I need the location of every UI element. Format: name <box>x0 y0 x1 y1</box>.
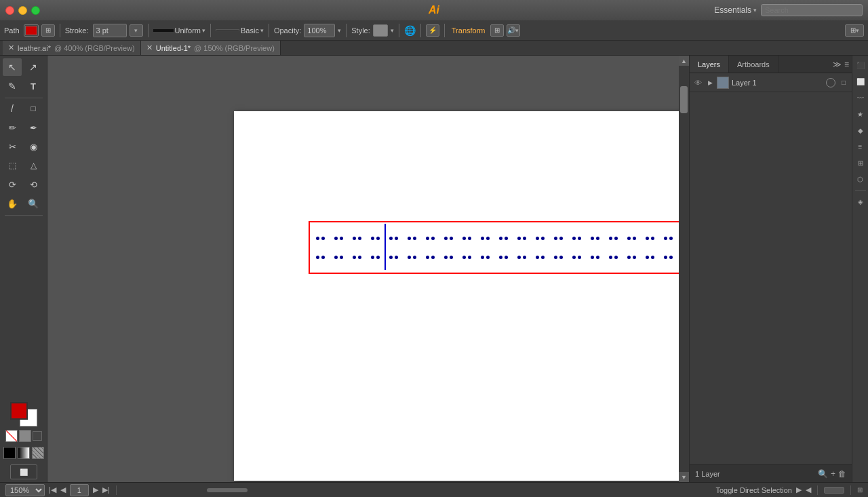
none-swatch[interactable] <box>5 430 18 442</box>
solid-stroke-swatch[interactable] <box>3 447 16 459</box>
dot-pair <box>572 237 581 240</box>
align-btn[interactable]: ≡ <box>854 140 867 153</box>
h-scroll-thumb[interactable] <box>207 488 248 492</box>
layer-target-indicator[interactable] <box>826 78 835 87</box>
shape-builder-tool[interactable]: △ <box>24 157 43 174</box>
scroll-up-arrow[interactable]: ▲ <box>679 56 689 66</box>
brushes-btn[interactable]: 〰 <box>854 91 867 104</box>
direct-selection-icon: ↗ <box>29 62 37 73</box>
opacity-input[interactable] <box>304 24 335 37</box>
prev-page-btn[interactable]: ◀ <box>60 485 66 494</box>
gradient-stroke-swatch[interactable] <box>18 447 30 459</box>
dot-pair <box>462 237 471 240</box>
brushes-icon: 〰 <box>857 94 864 102</box>
pattern-stroke-swatch[interactable] <box>32 447 44 459</box>
tab-leather[interactable]: ✕ leather.ai* @ 400% (RGB/Preview) <box>3 41 141 55</box>
scroll-track[interactable] <box>679 66 689 472</box>
layer-expand-btn[interactable]: ▶ <box>706 79 714 87</box>
type-tool[interactable]: T <box>24 77 43 95</box>
free-transform-tool[interactable]: ⟲ <box>24 176 43 193</box>
pen-tool[interactable]: ✎ <box>3 77 22 95</box>
blob-brush-tool[interactable]: ✒ <box>24 119 43 136</box>
scroll-down-arrow[interactable]: ▼ <box>679 472 689 482</box>
rect-tool[interactable]: □ <box>24 100 43 117</box>
selection-tool[interactable]: ↖ <box>3 58 22 76</box>
pencil-tool[interactable]: ✏ <box>3 119 22 136</box>
stroke-style-area: Uniform ▾ <box>153 26 206 35</box>
tab-untitled[interactable]: ✕ Untitled-1* @ 150% (RGB/Preview) <box>141 41 281 55</box>
color-guide-btn[interactable]: ⬜ <box>854 75 867 88</box>
globe-icon-area[interactable]: 🌐 <box>404 25 416 36</box>
dot <box>468 256 471 259</box>
next-page-btn[interactable]: ▶ <box>93 485 98 494</box>
search-layers-btn[interactable]: 🔍 <box>818 469 828 479</box>
tool-divider-2 <box>5 215 43 216</box>
symbols-btn[interactable]: ★ <box>854 107 867 121</box>
layer-name: Layer 1 <box>732 79 823 87</box>
dot <box>426 256 429 259</box>
canvas-area[interactable]: ▲ ▼ <box>47 56 689 482</box>
separator-3 <box>210 24 211 37</box>
layer-lock-btn[interactable]: □ <box>838 79 849 86</box>
workspace-selector[interactable]: Essentials ▾ <box>714 5 757 15</box>
add-layer-btn[interactable]: + <box>831 469 835 479</box>
black-swatch[interactable] <box>33 431 42 441</box>
zoom-icon: 🔍 <box>28 199 39 209</box>
transform-panel-btn[interactable]: ⊞ <box>854 156 867 170</box>
mesh-tool[interactable]: ⬚ <box>3 157 22 174</box>
dot <box>523 237 526 240</box>
transform-extra-2[interactable]: 🔊 ▾ <box>507 24 520 37</box>
arrange-btn[interactable]: ⊞ ▾ <box>845 24 864 37</box>
fill-type-selector[interactable]: ⊞ <box>41 24 55 37</box>
horizontal-scrollbar[interactable] <box>125 488 709 493</box>
layers-tab[interactable]: Layers <box>690 56 729 73</box>
minimize-button[interactable] <box>18 6 27 15</box>
toggle-play-btn[interactable]: ▶ <box>796 485 802 494</box>
transform-extra-1[interactable]: ⊞ <box>490 24 504 37</box>
warp-tool[interactable]: ⟳ <box>3 176 22 193</box>
last-page-btn[interactable]: ▶| <box>102 485 110 494</box>
foreground-color-swatch[interactable] <box>10 402 28 420</box>
first-page-btn[interactable]: |◀ <box>49 485 56 494</box>
vertical-scrollbar[interactable]: ▲ ▼ <box>679 56 689 482</box>
scissors-tool[interactable]: ✂ <box>3 138 22 155</box>
line-tool[interactable]: / <box>3 100 22 117</box>
search-input[interactable] <box>761 4 863 16</box>
main-toolbar: Path ⊞ Stroke: ▾ Uniform ▾ Basic ▾ Opaci… <box>0 20 868 41</box>
magic-wand-btn[interactable]: ⚡ <box>426 24 439 37</box>
panel-footer: 1 Layer 🔍 + 🗑 <box>690 464 852 482</box>
screen-mode-btn[interactable]: ⬜ <box>10 464 37 479</box>
pathfinder-btn[interactable]: ⬡ <box>854 172 867 186</box>
zoom-selector[interactable]: 150% 100% 200% 400% <box>5 484 45 496</box>
direct-selection-tool[interactable]: ↗ <box>24 58 43 76</box>
panel-expand-btn-1[interactable]: ≫ <box>833 60 842 69</box>
fill-color-swatch[interactable] <box>24 24 39 37</box>
scroll-thumb[interactable] <box>680 86 688 113</box>
warp-icon: ⟳ <box>9 180 16 190</box>
hand-tool[interactable]: ✋ <box>3 195 22 212</box>
transform-button[interactable]: Transform <box>450 26 488 35</box>
delete-layer-btn[interactable]: 🗑 <box>838 469 846 479</box>
toggle-rewind-btn[interactable]: ◀ <box>806 485 811 494</box>
transform-panel-icon: ⊞ <box>858 159 863 167</box>
rotate-tool[interactable]: ◉ <box>24 138 43 155</box>
dot-pair <box>499 256 508 259</box>
close-button[interactable] <box>5 6 14 15</box>
dot <box>499 256 502 259</box>
stroke-value-input[interactable] <box>93 24 127 37</box>
graphic-styles-btn[interactable]: ◆ <box>854 123 867 137</box>
dot <box>353 237 356 240</box>
dot <box>444 237 448 240</box>
maximize-button[interactable] <box>31 6 40 15</box>
panel-collapse-btn[interactable]: ≡ <box>844 60 849 69</box>
layer-visibility-toggle[interactable]: 👁 <box>692 77 703 88</box>
page-number-input[interactable] <box>70 484 89 496</box>
appearance-btn[interactable]: ◈ <box>854 195 867 208</box>
stroke-unit-selector[interactable]: ▾ <box>130 24 143 37</box>
white-swatch[interactable] <box>19 430 31 442</box>
main-area: ↖ ↗ ✎ T / □ ✏ <box>0 56 868 482</box>
zoom-tool[interactable]: 🔍 <box>24 195 43 212</box>
style-swatch[interactable] <box>373 24 388 37</box>
swatches-btn[interactable]: ⬛ <box>854 58 867 72</box>
artboards-tab[interactable]: Artboards <box>729 56 778 73</box>
